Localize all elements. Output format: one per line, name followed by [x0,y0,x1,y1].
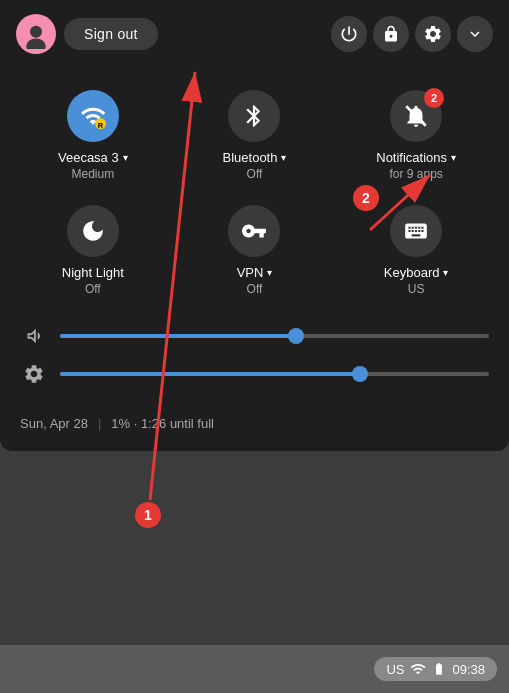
vpn-tile[interactable]: VPN ▾ Off [174,191,336,306]
volume-slider-row [20,322,489,350]
nightlight-tile[interactable]: Night Light Off [12,191,174,306]
status-area[interactable]: US 09:38 [374,657,497,681]
svg-point-1 [30,26,42,38]
top-bar: Sign out [0,0,509,68]
top-icons [331,16,493,52]
volume-fill [60,334,296,338]
vpn-label: VPN ▾ [237,265,273,280]
divider: | [98,416,101,431]
brightness-slider-row [20,360,489,388]
nightlight-sub: Off [85,282,101,296]
keyboard-tile[interactable]: Keyboard ▾ US [335,191,497,306]
vpn-sub: Off [247,282,263,296]
bluetooth-icon-wrap [228,90,280,142]
volume-thumb[interactable] [288,328,304,344]
volume-icon [20,322,48,350]
wifi-tile[interactable]: R Veecasa 3 ▾ Medium [12,76,174,191]
chevron-button[interactable] [457,16,493,52]
time-text: 09:38 [452,662,485,677]
battery-status-icon [432,662,446,676]
brightness-track[interactable] [60,372,489,376]
bottom-info: Sun, Apr 28 | 1% · 1:26 until full [0,406,509,435]
notifications-badge: 2 [424,88,444,108]
svg-text:R: R [98,121,104,129]
sliders-section [0,314,509,406]
wifi-icon-wrap: R [67,90,119,142]
wifi-sub: Medium [71,167,114,181]
power-button[interactable] [331,16,367,52]
wifi-label: Veecasa 3 ▾ [58,150,128,165]
volume-track[interactable] [60,334,489,338]
keyboard-label: Keyboard ▾ [384,265,449,280]
keyboard-icon-wrap [390,205,442,257]
bluetooth-label: Bluetooth ▾ [223,150,287,165]
bluetooth-tile[interactable]: Bluetooth ▾ Off [174,76,336,191]
nightlight-icon-wrap [67,205,119,257]
vpn-icon-wrap [228,205,280,257]
sign-out-button[interactable]: Sign out [64,18,158,50]
lock-button[interactable] [373,16,409,52]
svg-point-9 [135,502,161,528]
taskbar: US 09:38 [0,645,509,693]
notifications-label: Notifications ▾ [376,150,456,165]
settings-button[interactable] [415,16,451,52]
date-text: Sun, Apr 28 [20,416,88,431]
brightness-fill [60,372,360,376]
avatar[interactable] [16,14,56,54]
brightness-thumb[interactable] [352,366,368,382]
nightlight-label: Night Light [62,265,124,280]
notifications-sub: for 9 apps [389,167,442,181]
battery-text: 1% · 1:26 until full [111,416,214,431]
wifi-status-icon [410,661,426,677]
keyboard-sub: US [408,282,425,296]
quick-tiles-grid: R Veecasa 3 ▾ Medium Bluetooth ▾ Off [0,68,509,314]
notifications-tile[interactable]: 2 Notifications ▾ for 9 apps [335,76,497,191]
bluetooth-sub: Off [247,167,263,181]
svg-text:1: 1 [144,507,152,523]
brightness-icon [20,360,48,388]
quick-settings-panel: Sign out [0,0,509,451]
keyboard-layout-text: US [386,662,404,677]
notifications-icon-wrap: 2 [390,90,442,142]
